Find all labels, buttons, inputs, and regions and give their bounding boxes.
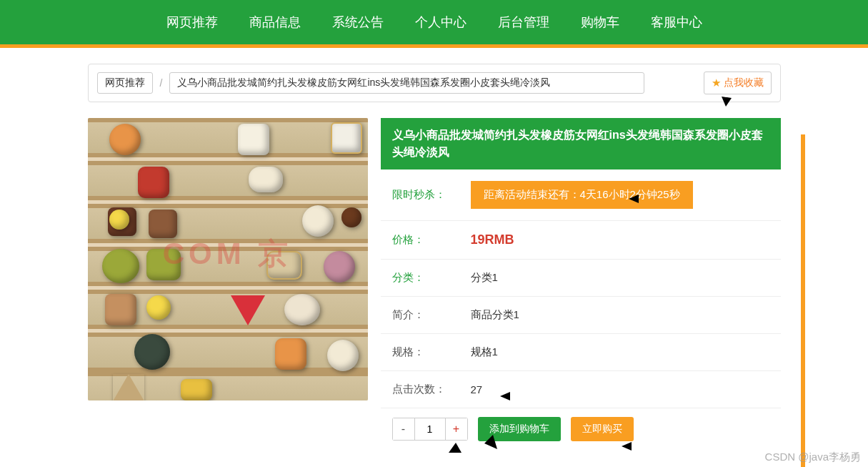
right-orange-border — [801, 134, 805, 450]
clicks-label: 点击次数： — [392, 383, 471, 396]
clicks-row: 点击次数： 27 — [381, 371, 781, 408]
favorite-button[interactable]: ★ 点我收藏 — [704, 72, 772, 94]
product-title: 义乌小商品批发城简约扎头发橡皮筋女网红ins头发绳韩国森系发圈小皮套头绳冷淡风 — [381, 118, 781, 169]
breadcrumb-home[interactable]: 网页推荐 — [97, 72, 153, 94]
spec-label: 规格： — [392, 345, 471, 359]
buy-now-button[interactable]: 立即购买 — [571, 417, 634, 441]
add-to-cart-button[interactable]: 添加到购物车 — [478, 417, 561, 441]
product-image: COM 京 — [88, 118, 368, 400]
spec-row: 规格： 规格1 — [381, 334, 781, 371]
countdown-timer: 距离活动结束还有：4天16小时2分钟25秒 — [471, 181, 693, 209]
product-details: 义乌小商品批发城简约扎头发橡皮筋女网红ins头发绳韩国森系发圈小皮套头绳冷淡风 … — [381, 118, 781, 450]
star-icon: ★ — [712, 77, 721, 89]
intro-row: 简介： 商品分类1 — [381, 297, 781, 334]
category-label: 分类： — [392, 271, 471, 285]
flash-sale-row: 限时秒杀： 距离活动结束还有：4天16小时2分钟25秒 — [381, 169, 781, 221]
favorite-label: 点我收藏 — [724, 77, 764, 89]
breadcrumb-separator: / — [160, 77, 163, 89]
top-navigation: 网页推荐 商品信息 系统公告 个人中心 后台管理 购物车 客服中心 — [0, 0, 868, 44]
breadcrumb-title: 义乌小商品批发城简约扎头发橡皮筋女网红ins头发绳韩国森系发圈小皮套头绳冷淡风 — [169, 72, 644, 94]
clicks-value: 27 — [471, 383, 483, 395]
flash-label: 限时秒杀： — [392, 188, 471, 202]
price-label: 价格： — [392, 233, 471, 247]
price-row: 价格： 19RMB — [381, 221, 781, 260]
nav-recommend[interactable]: 网页推荐 — [164, 8, 221, 36]
spec-value: 规格1 — [471, 345, 498, 359]
quantity-stepper: - + — [392, 418, 468, 441]
intro-value: 商品分类1 — [471, 308, 519, 322]
qty-plus-button[interactable]: + — [445, 418, 468, 441]
action-row: - + 添加到购物车 立即购买 — [381, 408, 781, 450]
nav-cart[interactable]: 购物车 — [578, 8, 622, 36]
intro-label: 简介： — [392, 308, 471, 322]
qty-input[interactable] — [415, 418, 445, 441]
breadcrumb: 网页推荐 / 义乌小商品批发城简约扎头发橡皮筋女网红ins头发绳韩国森系发圈小皮… — [88, 64, 781, 102]
accent-bar — [0, 44, 868, 48]
nav-products[interactable]: 商品信息 — [246, 8, 304, 36]
nav-admin[interactable]: 后台管理 — [495, 8, 552, 36]
svg-line-0 — [793, 97, 807, 268]
nav-support[interactable]: 客服中心 — [648, 8, 705, 36]
price-value: 19RMB — [471, 232, 514, 247]
nav-profile[interactable]: 个人中心 — [412, 8, 469, 36]
nav-announce[interactable]: 系统公告 — [329, 8, 386, 36]
category-value: 分类1 — [471, 271, 498, 285]
qty-minus-button[interactable]: - — [392, 418, 415, 441]
category-row: 分类： 分类1 — [381, 260, 781, 297]
